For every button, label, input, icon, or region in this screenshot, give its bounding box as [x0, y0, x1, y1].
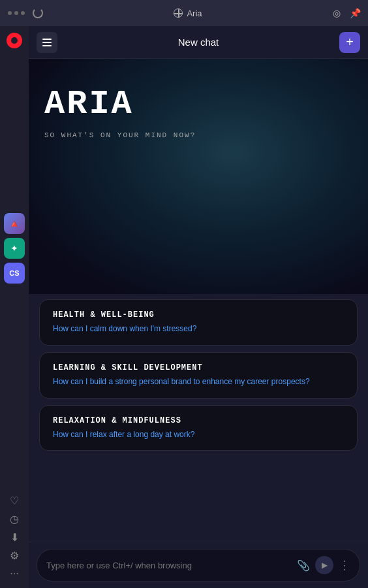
send-button[interactable]: ▶: [315, 556, 333, 574]
suggestion-card-3[interactable]: RELAXATION & MINDFULNESS How can I relax…: [39, 405, 358, 451]
heart-icon[interactable]: ♡: [8, 494, 21, 507]
opera-logo[interactable]: [5, 31, 23, 50]
input-more-icon[interactable]: ⋮: [339, 558, 350, 572]
sidebar-app-cs[interactable]: CS: [4, 263, 25, 284]
download-icon[interactable]: ⬇: [8, 531, 21, 544]
new-chat-button[interactable]: +: [339, 32, 360, 53]
more-icon[interactable]: ···: [8, 567, 21, 580]
chat-area: ARIA SO WHAT'S ON YOUR MIND NOW? HEALTH …: [29, 59, 368, 542]
input-container: 📎 ▶ ⋮: [37, 549, 360, 581]
sidebar: 🔺 ✦ CS ♡ ◷ ⬇ ⚙ ···: [0, 0, 29, 588]
suggestion-category-1: HEALTH & WELL-BEING: [53, 310, 344, 319]
menu-button[interactable]: [37, 32, 57, 53]
hero-section: ARIA SO WHAT'S ON YOUR MIND NOW?: [29, 59, 368, 294]
window-controls: [8, 11, 25, 15]
suggestion-category-3: RELAXATION & MINDFULNESS: [53, 416, 344, 425]
sidebar-app-1[interactable]: 🔺: [4, 213, 25, 234]
suggestion-question-3: How can I relax after a long day at work…: [53, 429, 344, 440]
settings-icon[interactable]: ⚙: [8, 549, 21, 562]
sidebar-app-chatgpt[interactable]: ✦: [4, 238, 25, 259]
aria-title: ARIA: [44, 85, 352, 123]
globe-icon: [174, 8, 183, 18]
header: New chat +: [29, 26, 368, 59]
suggestion-question-1: How can I calm down when I'm stressed?: [53, 323, 344, 335]
input-area: 📎 ▶ ⋮: [29, 542, 368, 588]
chrome-right: ◎ 📌: [333, 8, 360, 18]
header-title: New chat: [178, 37, 219, 48]
sidebar-apps: 🔺 ✦ CS: [4, 213, 25, 336]
dot1: [8, 11, 12, 15]
opera-logo-mark: [7, 33, 22, 48]
suggestion-cards: HEALTH & WELL-BEING How can I calm down …: [29, 294, 368, 461]
suggestion-card-1[interactable]: HEALTH & WELL-BEING How can I calm down …: [39, 299, 358, 346]
suggestion-card-2[interactable]: LEARNING & SKILL DEVELOPMENT How can I b…: [39, 352, 358, 399]
suggestion-question-2: How can I build a strong personal brand …: [53, 376, 344, 387]
hamburger-line-2: [42, 42, 52, 43]
attachment-icon[interactable]: 📎: [297, 559, 310, 572]
history-icon[interactable]: ◷: [8, 512, 21, 525]
page-title: Aria: [187, 8, 202, 18]
chat-input[interactable]: [46, 561, 292, 570]
aria-subtitle: SO WHAT'S ON YOUR MIND NOW?: [44, 131, 352, 139]
dot2: [14, 11, 18, 15]
hamburger-line-3: [42, 45, 52, 46]
main-content: New chat + ARIA SO WHAT'S ON YOUR MIND N…: [29, 0, 368, 588]
browser-chrome: Aria ◎ 📌: [0, 0, 368, 26]
pin-icon[interactable]: 📌: [350, 8, 360, 18]
address-bar: Aria: [174, 8, 202, 18]
sidebar-bottom: ♡ ◷ ⬇ ⚙ ···: [8, 494, 21, 588]
suggestion-category-2: LEARNING & SKILL DEVELOPMENT: [53, 363, 344, 372]
hamburger-line-1: [42, 39, 52, 40]
account-icon[interactable]: ◎: [333, 8, 343, 18]
chrome-left: [8, 8, 43, 18]
dot3: [21, 11, 25, 15]
refresh-icon[interactable]: [33, 8, 43, 18]
